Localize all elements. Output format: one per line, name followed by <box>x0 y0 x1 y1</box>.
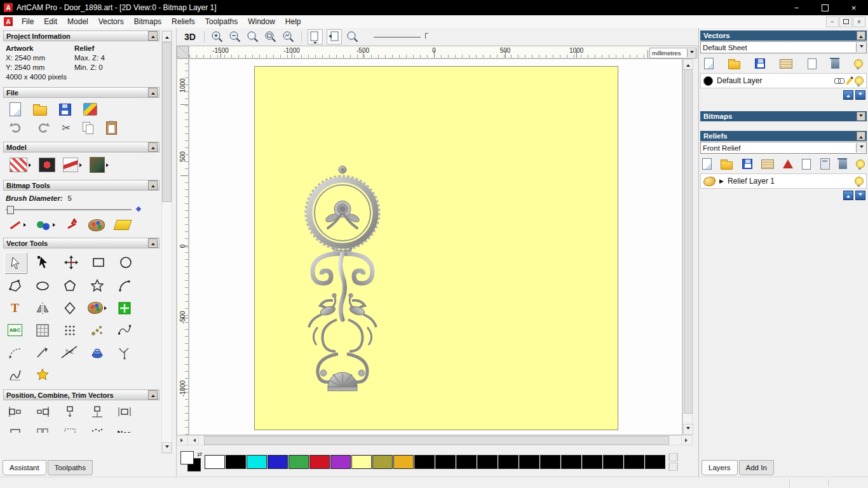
pan-view-button[interactable] <box>346 30 360 44</box>
menu-edit[interactable]: Edit <box>39 15 62 28</box>
create-star-button[interactable] <box>86 276 107 295</box>
color-swatch[interactable] <box>288 455 309 469</box>
blank-relief-button[interactable] <box>802 159 811 170</box>
interactive-distortion-button[interactable] <box>86 342 107 362</box>
relief-properties-button[interactable] <box>39 158 55 172</box>
scroll-thumb[interactable] <box>204 436 669 445</box>
toggle-relief-visibility-button[interactable] <box>856 159 865 168</box>
layer-visibility-button[interactable] <box>855 177 864 186</box>
paste-along-curve-button[interactable] <box>32 320 53 340</box>
expand-button[interactable] <box>857 112 865 121</box>
open-vector-layer-button[interactable] <box>728 58 740 69</box>
scroll-up-button[interactable] <box>683 59 693 70</box>
trim-vectors-button[interactable]: ✂ <box>59 342 80 362</box>
copy-button[interactable] <box>83 122 94 133</box>
menu-model[interactable]: Model <box>62 15 93 28</box>
color-swatch[interactable] <box>561 455 581 469</box>
mdi-minimize-button[interactable]: − <box>826 17 839 27</box>
collapse-button[interactable] <box>148 180 158 190</box>
align-right-button[interactable] <box>32 402 53 421</box>
merge-layers-button[interactable] <box>780 59 792 69</box>
menu-help[interactable]: Help <box>280 15 306 28</box>
create-section-button[interactable] <box>4 365 25 384</box>
merge-relief-button[interactable] <box>761 159 774 169</box>
new-model-button[interactable] <box>10 102 21 116</box>
restore-view-button[interactable] <box>327 29 342 44</box>
color-swatch[interactable] <box>414 455 435 469</box>
cut-button[interactable]: ✂ <box>62 123 71 133</box>
relief-layer-row[interactable]: ▶ Relief Layer 1 <box>700 173 867 189</box>
pan-handle-button[interactable] <box>177 436 188 445</box>
delete-layer-button[interactable] <box>831 59 839 69</box>
scroll-down-button[interactable] <box>683 424 693 435</box>
dropdown-button[interactable] <box>856 143 866 152</box>
color-swatch[interactable] <box>519 455 539 469</box>
assistant-scrollbar[interactable] <box>161 30 172 454</box>
delete-relief-button[interactable] <box>839 159 847 169</box>
create-arc-editable-button[interactable] <box>4 342 25 362</box>
canvas-vertical-scrollbar[interactable] <box>682 58 693 435</box>
paste-array-button[interactable] <box>32 424 53 433</box>
move-layer-down-button[interactable] <box>855 90 865 100</box>
layer-visibility-button[interactable] <box>855 76 864 85</box>
align-centre-button[interactable] <box>114 402 135 421</box>
color-swatch[interactable] <box>477 455 498 469</box>
foreground-colour[interactable] <box>180 451 194 464</box>
scroll-right-button[interactable] <box>681 436 692 445</box>
zoom-fit-button[interactable] <box>281 30 295 44</box>
menu-bitmaps[interactable]: Bitmaps <box>129 15 166 28</box>
menu-vectors[interactable]: Vectors <box>93 15 129 28</box>
view-opacity-slider[interactable] <box>374 32 428 42</box>
collapse-button[interactable] <box>148 142 158 152</box>
save-vector-layer-button[interactable] <box>755 58 765 69</box>
edit-layer-button[interactable] <box>848 76 851 85</box>
color-swatch[interactable] <box>226 455 246 469</box>
collapse-button[interactable] <box>148 31 158 41</box>
bake-relief-button[interactable] <box>783 159 793 168</box>
layer-colour-swatch[interactable] <box>703 76 713 86</box>
redo-button[interactable] <box>36 121 50 135</box>
fill-vectors-button[interactable] <box>86 298 107 318</box>
menu-window[interactable]: Window <box>243 15 280 28</box>
mirror-vectors-button[interactable] <box>32 298 53 318</box>
tab-add-in[interactable]: Add In <box>739 460 774 475</box>
vector-doctor-button[interactable] <box>114 342 135 362</box>
scroll-up-button[interactable] <box>162 31 172 42</box>
open-relief-layer-button[interactable] <box>721 158 733 170</box>
align-top-button[interactable] <box>59 402 80 421</box>
palette-scroll-up-button[interactable] <box>668 453 678 461</box>
collapse-button[interactable] <box>857 132 865 140</box>
sheet-selector[interactable]: Default Sheet <box>700 41 867 53</box>
toggle-all-visibility-button[interactable] <box>854 59 863 68</box>
minimize-button[interactable]: − <box>782 0 811 15</box>
maximize-button[interactable] <box>811 0 839 15</box>
zoom-out-button[interactable] <box>228 30 242 44</box>
collapse-button[interactable] <box>148 88 158 97</box>
relief-selector[interactable]: Front Relief <box>700 142 867 154</box>
flood-fill-button[interactable] <box>36 219 55 231</box>
eraser-button[interactable] <box>115 220 130 230</box>
move-layer-down-button[interactable] <box>855 191 865 200</box>
menu-toolpaths[interactable]: Toolpaths <box>200 15 243 28</box>
create-arc-button[interactable] <box>114 276 135 295</box>
invert-relief-button[interactable] <box>10 158 31 172</box>
snapshot-view-button[interactable] <box>308 29 323 44</box>
relief-calculator-button[interactable] <box>820 158 830 170</box>
collapse-button[interactable] <box>857 31 865 40</box>
menu-reliefs[interactable]: Reliefs <box>166 15 200 28</box>
color-swatch[interactable] <box>645 455 665 469</box>
units-selector[interactable]: millimetres <box>649 48 696 58</box>
block-copy-button[interactable] <box>114 298 135 318</box>
mdi-restore-button[interactable] <box>839 17 852 27</box>
menu-file[interactable]: File <box>17 15 39 28</box>
color-swatch[interactable] <box>624 455 644 469</box>
paste-button[interactable] <box>106 121 117 135</box>
collapse-button[interactable] <box>148 390 158 400</box>
color-swatch[interactable] <box>582 455 602 469</box>
color-swatch[interactable] <box>309 455 330 469</box>
open-model-button[interactable] <box>33 103 47 116</box>
create-circle-button[interactable] <box>115 252 136 272</box>
swap-colours-icon[interactable]: ⇄ <box>197 451 202 458</box>
scroll-thumb[interactable] <box>684 69 693 414</box>
color-swatch[interactable] <box>247 455 267 469</box>
